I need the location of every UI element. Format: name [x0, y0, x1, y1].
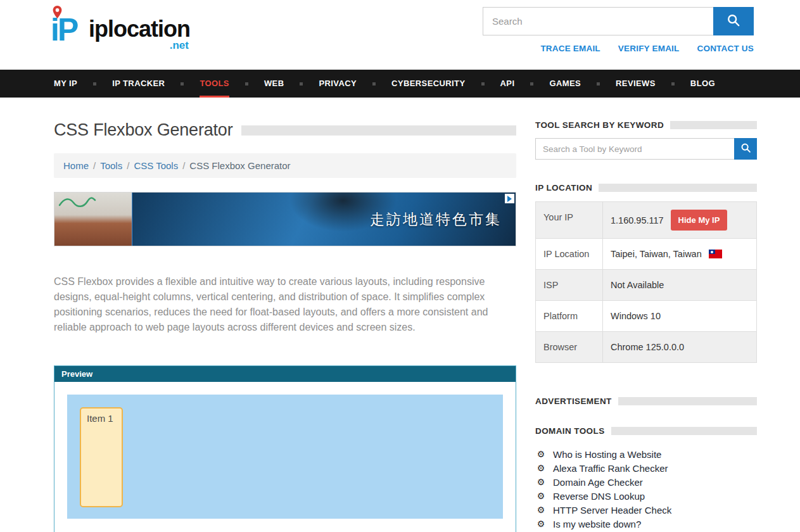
header-right: TRACE EMAIL VERIFY EMAIL CONTACT US [481, 7, 754, 53]
breadcrumb-separator: / [93, 160, 96, 171]
breadcrumb: Home/Tools/CSS Tools/CSS Flexbox Generat… [54, 153, 516, 178]
tool-search [535, 138, 757, 160]
nav-item-reviews[interactable]: REVIEWS [616, 70, 690, 98]
logo-wordmark: iplocation .net [89, 16, 190, 42]
ad-caption: 走訪地道特色市集 [370, 210, 502, 229]
tool-description: CSS Flexbox provides a flexible and intu… [54, 274, 516, 335]
domain-tools-list: ⚙Who is Hosting a Website ⚙Alexa Traffic… [535, 447, 757, 532]
gear-icon: ⚙ [535, 478, 547, 486]
hide-my-ip-button[interactable]: Hide My IP [671, 210, 728, 231]
ad-squiggle-graphic [58, 196, 96, 209]
search-icon [727, 13, 740, 29]
logo-text: iplocation [89, 16, 190, 42]
gear-icon: ⚙ [535, 464, 547, 472]
ip-location-heading: IP LOCATION [535, 183, 592, 193]
header-links: TRACE EMAIL VERIFY EMAIL CONTACT US [540, 44, 754, 53]
heading-decorative-bar [611, 427, 757, 435]
main-column: CSS Flexbox Generator Home/Tools/CSS Too… [54, 120, 516, 532]
domain-tool-alexa-rank[interactable]: ⚙Alexa Traffic Rank Checker [535, 461, 757, 475]
nav-item-games[interactable]: GAMES [549, 70, 616, 98]
domain-tools-heading-row: DOMAIN TOOLS [535, 426, 757, 436]
ad-photo-right: 走訪地道特色市集 [132, 193, 516, 246]
sidebar: TOOL SEARCH BY KEYWORD IP LOCATION [535, 120, 757, 532]
domain-tool-http-header[interactable]: ⚙HTTP Server Header Check [535, 503, 757, 517]
nav-item-tools[interactable]: TOOLS [200, 70, 264, 98]
domain-tool-reverse-dns[interactable]: ⚙Reverse DNS Lookup [535, 489, 757, 503]
nav-item-ip-tracker[interactable]: IP TRACKER [112, 70, 200, 98]
nav-item-api[interactable]: API [500, 70, 550, 98]
tool-search-button[interactable] [734, 138, 757, 160]
row-label: IP Location [536, 239, 603, 269]
domain-tool-hosting[interactable]: ⚙Who is Hosting a Website [535, 447, 757, 461]
taiwan-flag-icon [709, 250, 722, 258]
page-title: CSS Flexbox Generator [54, 120, 232, 140]
flex-preview-item[interactable]: Item 1 [80, 407, 123, 507]
site-header: iP iplocation .net [0, 0, 800, 70]
location-pin-icon [53, 6, 62, 21]
heading-decorative-bar [599, 184, 757, 192]
title-decorative-bar [241, 125, 516, 136]
ip-location-table: Your IP 1.160.95.117 Hide My IP IP Locat… [535, 201, 757, 363]
heading-decorative-bar [618, 397, 757, 405]
site-search [483, 7, 754, 35]
row-label: Your IP [536, 202, 603, 238]
tool-search-heading-row: TOOL SEARCH BY KEYWORD [535, 120, 757, 130]
breadcrumb-home[interactable]: Home [63, 160, 89, 171]
ad-photo-left [54, 193, 132, 246]
nav-item-cybersecurity[interactable]: CYBERSECURITY [391, 70, 500, 98]
gear-icon: ⚙ [535, 450, 547, 459]
contact-us-link[interactable]: CONTACT US [697, 44, 754, 53]
logo-mark: iP [51, 7, 87, 53]
breadcrumb-tools[interactable]: Tools [100, 160, 122, 171]
adchoices-icon[interactable] [505, 194, 514, 203]
domain-tool-domain-age[interactable]: ⚙Domain Age Checker [535, 475, 757, 489]
ad-banner[interactable]: 走訪地道特色市集 [54, 192, 516, 246]
row-label: ISP [536, 270, 603, 300]
breadcrumb-css-tools[interactable]: CSS Tools [134, 160, 178, 171]
advertisement-heading-row: ADVERTISEMENT [535, 396, 757, 406]
page: iP iplocation .net [0, 0, 800, 532]
nav-item-web[interactable]: WEB [264, 70, 319, 98]
logo-tld: .net [170, 39, 189, 52]
page-title-row: CSS Flexbox Generator [54, 120, 516, 140]
table-row-your-ip: Your IP 1.160.95.117 Hide My IP [536, 202, 756, 239]
breadcrumb-separator: / [182, 160, 185, 171]
logo[interactable]: iP iplocation .net [51, 7, 190, 53]
main-nav: MY IP IP TRACKER TOOLS WEB PRIVACY CYBER… [0, 70, 800, 98]
preview-body: Item 1 [54, 382, 516, 532]
flex-preview-container: Item 1 [67, 395, 503, 519]
search-input[interactable] [483, 7, 713, 35]
table-row-isp: ISP Not Available [536, 270, 756, 301]
preview-panel: Preview Item 1 [54, 365, 516, 532]
table-row-platform: Platform Windows 10 [536, 301, 756, 332]
domain-tools-heading: DOMAIN TOOLS [535, 426, 605, 436]
ip-location-value: Taipei, Taiwan, Taiwan [611, 249, 702, 259]
table-row-ip-location: IP Location Taipei, Taiwan, Taiwan [536, 239, 756, 270]
heading-decorative-bar [670, 121, 757, 129]
verify-email-link[interactable]: VERIFY EMAIL [618, 44, 680, 53]
breadcrumb-separator: / [127, 160, 129, 171]
preview-header: Preview [54, 366, 516, 382]
domain-tool-website-down[interactable]: ⚙Is my website down? [535, 517, 757, 531]
gear-icon: ⚙ [535, 491, 547, 500]
your-ip-value: 1.160.95.117 [611, 215, 664, 225]
ip-location-heading-row: IP LOCATION [535, 183, 757, 193]
tool-search-input[interactable] [535, 138, 734, 160]
trace-email-link[interactable]: TRACE EMAIL [540, 44, 600, 53]
table-row-browser: Browser Chrome 125.0.0.0 [536, 332, 756, 362]
nav-item-blog[interactable]: BLOG [690, 70, 715, 98]
browser-value: Chrome 125.0.0.0 [611, 342, 684, 352]
tool-search-heading: TOOL SEARCH BY KEYWORD [535, 120, 664, 130]
platform-value: Windows 10 [611, 311, 661, 321]
advertisement-heading: ADVERTISEMENT [535, 396, 612, 406]
breadcrumb-current: CSS Flexbox Generator [189, 160, 290, 171]
isp-value: Not Available [611, 280, 664, 290]
row-label: Platform [536, 301, 603, 331]
gear-icon: ⚙ [535, 505, 547, 514]
gear-icon: ⚙ [535, 519, 547, 528]
search-button[interactable] [713, 7, 754, 35]
search-icon [740, 142, 751, 155]
nav-item-my-ip[interactable]: MY IP [54, 70, 112, 98]
row-label: Browser [536, 332, 603, 362]
nav-item-privacy[interactable]: PRIVACY [319, 70, 391, 98]
